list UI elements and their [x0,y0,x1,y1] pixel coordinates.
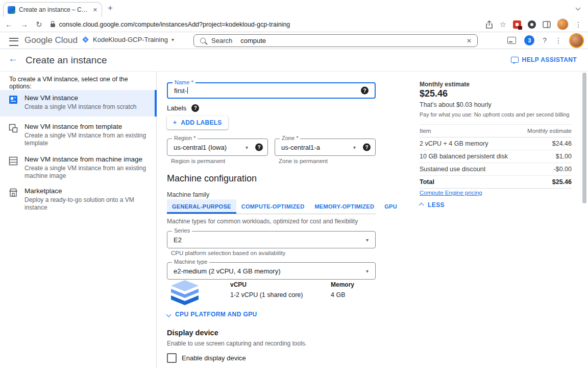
sidebar-item-vm-from-template[interactable]: New VM instance from template Create a s… [0,119,157,149]
series-select[interactable]: Series E2 ▾ [167,231,376,248]
estimate-title: Monthly estimate [420,81,470,88]
project-switcher[interactable]: KodeKloud-GCP-Training ▾ [82,36,174,43]
name-field-label: Name * [173,79,195,85]
google-cloud-logo[interactable]: Google Cloud [24,35,78,45]
user-avatar[interactable] [570,34,583,47]
search-clear-icon[interactable]: ✕ [467,37,472,44]
tab-general-purpose[interactable]: GENERAL-PURPOSE [167,199,236,214]
tab-close-icon[interactable]: ✕ [93,7,97,13]
zone-dropdown-icon[interactable]: ▾ [353,145,356,150]
machine-type-dropdown-icon[interactable]: ▾ [366,268,369,274]
zone-label: Zone * [280,135,300,141]
tab-memory-optimized[interactable]: MEMORY-OPTIMIZED [309,199,379,214]
tab-compute-optimized[interactable]: COMPUTE-OPTIMIZED [236,199,310,214]
back-button[interactable]: ← [5,20,13,28]
table-total-row: Total $25.46 [420,176,572,189]
name-help-icon[interactable]: ? [361,87,369,95]
extension-icon[interactable] [528,20,536,29]
notifications-badge[interactable]: 3 [524,35,534,45]
browser-tab[interactable]: Create an instance – Compute… ✕ [3,2,102,17]
marketplace-icon [8,188,18,198]
forward-button[interactable]: → [20,20,28,28]
create-options-sidebar: To create a VM instance, select one of t… [0,72,157,368]
series-dropdown-icon[interactable]: ▾ [366,237,369,243]
new-tab-button[interactable]: + [108,3,113,13]
cloud-shell-icon[interactable] [507,37,516,44]
vm-instance-icon [8,95,18,105]
cpu-platform-gpu-label: CPU PLATFORM AND GPU [175,311,257,318]
hamburger-menu-icon[interactable] [9,38,18,46]
reload-button[interactable]: ↻ [36,20,42,28]
chat-bubble-icon [511,57,519,63]
sidebar-item-new-vm-instance[interactable]: New VM instance Create a single VM insta… [0,90,157,117]
project-dropdown-icon: ▾ [172,37,174,42]
region-help-icon[interactable]: ? [255,144,263,151]
add-labels-button[interactable]: + ADD LABELS [167,116,228,129]
row-item: 2 vCPU + 4 GB memory [420,140,488,147]
display-device-description: Enable to use screen capturing and recor… [167,340,307,347]
enable-display-device-checkbox[interactable] [167,353,177,363]
search-query-text[interactable]: compute [240,37,266,44]
console-header-icons: 3 ? ⋮ [507,32,583,49]
side-panel-icon[interactable] [543,21,551,28]
machine-type-value: e2-medium (2 vCPU, 4 GB memory) [174,267,281,275]
machine-configuration-title: Machine configuration [167,173,257,184]
labels-help-icon[interactable]: ? [191,104,199,112]
page-header: ← Create an instance HELP ASSISTANT [0,49,588,72]
machine-type-select[interactable]: Machine type e2-medium (2 vCPU, 4 GB mem… [167,262,376,280]
sidebar-item-marketplace[interactable]: Marketplace Deploy a ready-to-go solutio… [0,183,157,209]
item-header: Item [420,128,431,134]
share-icon[interactable] [485,20,493,29]
compute-engine-pricing-link[interactable]: Compute Engine pricing [420,190,482,196]
region-hint: Region is permanent [171,158,225,164]
console-overflow-menu-icon[interactable]: ⋮ [555,36,562,44]
zone-help-icon[interactable]: ? [363,144,371,151]
scrollbar-thumb[interactable] [582,73,586,203]
sidebar-item-title: Marketplace [24,187,149,195]
url-text[interactable]: console.cloud.google.com/compute/instanc… [59,21,290,28]
name-field-value[interactable]: first- [174,87,187,95]
less-label: LESS [428,201,445,209]
region-select[interactable]: Region * us-central1 (Iowa) ▾ ? [167,139,268,156]
sidebar-item-vm-from-machine-image[interactable]: New VM instance from machine image Creat… [0,151,157,182]
browser-menu-icon[interactable]: ⋮ [575,20,582,29]
zone-select[interactable]: Zone * us-central1-a ▾ ? [275,139,376,156]
browser-toolbar: ← → ↻ console.cloud.google.com/compute/i… [0,17,588,32]
cpu-platform-gpu-toggle[interactable]: CPU PLATFORM AND GPU [167,311,257,318]
row-cost: $1.00 [556,153,572,160]
tab-gpu[interactable]: GPU [379,199,402,214]
machine-layers-icon [170,280,200,306]
add-labels-label: ADD LABELS [181,119,222,126]
sidebar-item-title: New VM instance from template [24,123,149,130]
adblock-extension-icon[interactable] [513,20,521,29]
less-toggle[interactable]: LESS [420,201,445,209]
search-icon [200,38,206,43]
zone-value: us-central1-a [281,144,320,151]
chevron-down-icon [166,312,172,317]
screen: Create an instance – Compute… ✕ + ← → ↻ … [0,0,588,368]
page-back-arrow[interactable]: ← [8,54,18,63]
memory-column: Memory 4 GB [331,281,354,298]
bookmark-star-icon[interactable]: ☆ [500,20,506,28]
chevron-up-icon [419,202,424,208]
help-icon[interactable]: ? [543,36,547,44]
project-name: KodeKloud-GCP-Training [93,36,168,43]
help-assistant-button[interactable]: HELP ASSISTANT [511,56,577,63]
region-label: Region * [172,135,198,141]
sidebar-item-desc: Create a single VM instance from an exis… [24,165,149,180]
total-label: Total [420,178,434,186]
region-dropdown-icon[interactable]: ▾ [246,145,248,150]
estimate-table: Item Monthly estimate 2 vCPU + 4 GB memo… [420,124,572,189]
name-field[interactable]: Name * first- ? [167,82,376,99]
browser-profile-avatar[interactable] [557,19,568,30]
row-cost: $24.46 [552,140,572,147]
address-bar[interactable]: console.cloud.google.com/compute/instanc… [51,21,290,28]
memory-header: Memory [331,281,354,288]
console-search-input[interactable]: Search compute ✕ [193,34,478,47]
vcpu-header: vCPU [230,281,303,288]
tab-search-chevron-icon[interactable] [576,6,581,11]
display-device-title: Display device [167,329,218,337]
sidebar-item-title: New VM instance from machine image [24,155,149,163]
enable-display-device-row: Enable display device [167,353,246,363]
toolbar-icons: ☆ ⋮ [485,19,582,30]
